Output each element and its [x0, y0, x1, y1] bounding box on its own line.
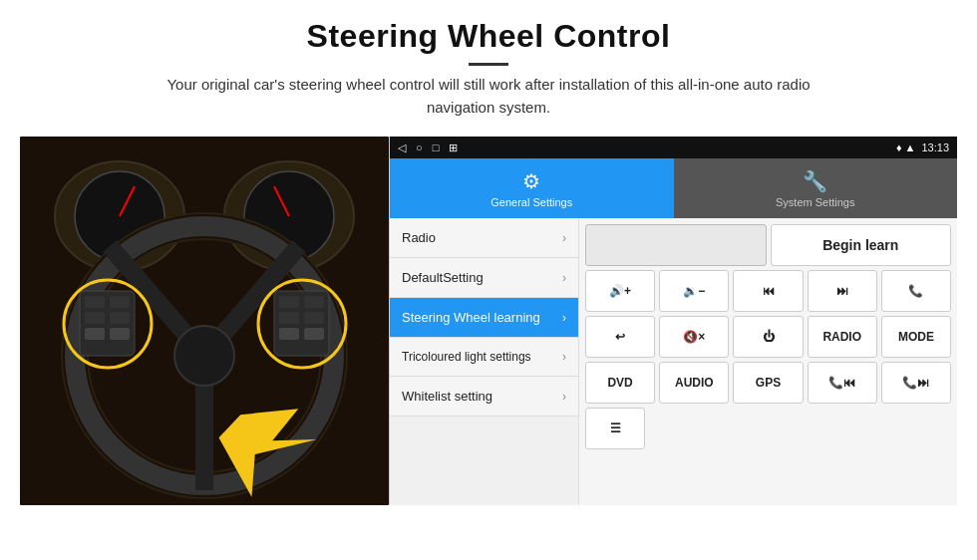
- system-settings-icon: 🔧: [803, 169, 827, 193]
- gps-label: GPS: [756, 376, 781, 390]
- gps-button[interactable]: GPS: [733, 362, 803, 404]
- menu-item-default[interactable]: DefaultSetting ›: [390, 258, 578, 298]
- page-title: Steering Wheel Control: [40, 18, 937, 55]
- hang-up-button[interactable]: ↩: [585, 316, 655, 358]
- main-content: ◁ ○ □ ⊞ ♦ ▲ 13:13 ⚙ General Settings 🔧 S…: [20, 137, 957, 505]
- svg-rect-27: [304, 328, 324, 340]
- vol-up-icon: 🔊+: [609, 284, 631, 298]
- menu-list: Radio › DefaultSetting › Steering Wheel …: [390, 218, 957, 505]
- vol-down-button[interactable]: 🔉−: [659, 270, 729, 312]
- menu-items-panel: Radio › DefaultSetting › Steering Wheel …: [390, 218, 579, 505]
- controls-row-2: 🔊+ 🔉− ⏮ ⏭ 📞: [585, 270, 951, 312]
- vol-down-icon: 🔉−: [683, 284, 705, 298]
- icon-tabs: ⚙ General Settings 🔧 System Settings: [390, 158, 957, 218]
- svg-rect-24: [279, 312, 299, 324]
- tel-prev-button[interactable]: 📞⏮: [808, 362, 877, 404]
- controls-row-1: Begin learn: [585, 224, 951, 266]
- tab-general[interactable]: ⚙ General Settings: [390, 158, 674, 218]
- phone-button[interactable]: 📞: [881, 270, 951, 312]
- tel-next-button[interactable]: 📞⏭: [881, 362, 951, 404]
- next-track-icon: ⏭: [836, 284, 848, 298]
- audio-button[interactable]: AUDIO: [659, 362, 729, 404]
- menu-item-tricoloured-label: Tricoloured light settings: [402, 350, 531, 364]
- steering-wheel-svg: [20, 137, 389, 505]
- nav-back[interactable]: ◁: [398, 141, 406, 154]
- empty-space: [585, 224, 767, 266]
- dvd-button[interactable]: DVD: [585, 362, 655, 404]
- controls-panel: Begin learn 🔊+ 🔉− ⏮ ⏭: [579, 218, 957, 505]
- chevron-icon: ›: [562, 231, 566, 245]
- signal-icon: ♦ ▲: [896, 141, 916, 153]
- begin-learn-button[interactable]: Begin learn: [771, 224, 952, 266]
- header-section: Steering Wheel Control Your original car…: [0, 0, 977, 129]
- chevron-icon: ›: [562, 390, 566, 404]
- list-icon-button[interactable]: ☰: [585, 408, 645, 449]
- power-icon: ⏻: [763, 330, 775, 344]
- status-bar-nav: ◁ ○ □ ⊞: [398, 141, 458, 154]
- header-subtitle: Your original car's steering wheel contr…: [140, 74, 837, 119]
- radio-label: RADIO: [822, 330, 861, 344]
- menu-item-default-label: DefaultSetting: [402, 270, 484, 285]
- svg-point-13: [174, 326, 234, 386]
- chevron-icon: ›: [562, 350, 566, 364]
- hang-up-icon: ↩: [615, 330, 625, 344]
- mute-button[interactable]: 🔇×: [659, 316, 729, 358]
- svg-rect-18: [110, 312, 130, 324]
- chevron-icon: ›: [562, 311, 566, 325]
- menu-item-whitelist[interactable]: Whitelist setting ›: [390, 377, 578, 417]
- clock: 13:13: [921, 141, 949, 153]
- menu-item-radio[interactable]: Radio ›: [390, 218, 578, 258]
- general-settings-icon: ⚙: [522, 169, 540, 193]
- next-track-button[interactable]: ⏭: [808, 270, 877, 312]
- menu-item-whitelist-label: Whitelist setting: [402, 389, 492, 404]
- svg-rect-16: [110, 296, 130, 308]
- svg-rect-26: [279, 328, 299, 340]
- svg-rect-22: [279, 296, 299, 308]
- tel-prev-icon: 📞⏮: [828, 376, 855, 390]
- tel-next-icon: 📞⏭: [902, 376, 929, 390]
- tab-general-label: General Settings: [490, 196, 572, 208]
- mute-icon: 🔇×: [683, 330, 705, 344]
- svg-rect-23: [304, 296, 324, 308]
- status-bar-info: ♦ ▲ 13:13: [896, 141, 949, 153]
- tab-system-label: System Settings: [776, 196, 854, 208]
- svg-rect-25: [304, 312, 324, 324]
- svg-rect-20: [110, 328, 130, 340]
- svg-rect-17: [85, 312, 105, 324]
- mode-button[interactable]: MODE: [881, 316, 951, 358]
- menu-item-tricoloured[interactable]: Tricoloured light settings ›: [390, 338, 578, 377]
- phone-icon: 📞: [908, 284, 923, 298]
- status-bar: ◁ ○ □ ⊞ ♦ ▲ 13:13: [390, 137, 957, 158]
- header-divider: [469, 63, 508, 66]
- menu-item-radio-label: Radio: [402, 230, 436, 245]
- menu-item-steering-label: Steering Wheel learning: [402, 310, 540, 325]
- radio-button[interactable]: RADIO: [808, 316, 877, 358]
- audio-label: AUDIO: [675, 376, 714, 390]
- car-image: [20, 137, 389, 505]
- tab-system[interactable]: 🔧 System Settings: [674, 158, 958, 218]
- controls-row-5: ☰: [585, 408, 951, 449]
- dvd-label: DVD: [607, 376, 632, 390]
- menu-item-steering[interactable]: Steering Wheel learning ›: [390, 298, 578, 338]
- controls-row-4: DVD AUDIO GPS 📞⏮ 📞⏭: [585, 362, 951, 404]
- prev-track-button[interactable]: ⏮: [733, 270, 803, 312]
- android-ui: ◁ ○ □ ⊞ ♦ ▲ 13:13 ⚙ General Settings 🔧 S…: [389, 137, 957, 505]
- nav-recents[interactable]: □: [433, 141, 440, 153]
- svg-rect-19: [85, 328, 105, 340]
- mode-label: MODE: [898, 330, 934, 344]
- svg-rect-15: [85, 296, 105, 308]
- prev-track-icon: ⏮: [763, 284, 775, 298]
- chevron-icon: ›: [562, 271, 566, 285]
- power-button[interactable]: ⏻: [733, 316, 803, 358]
- list-icon: ☰: [610, 421, 621, 435]
- nav-home[interactable]: ○: [416, 141, 423, 153]
- nav-menu[interactable]: ⊞: [449, 141, 458, 154]
- vol-up-button[interactable]: 🔊+: [585, 270, 655, 312]
- controls-row-3: ↩ 🔇× ⏻ RADIO MODE: [585, 316, 951, 358]
